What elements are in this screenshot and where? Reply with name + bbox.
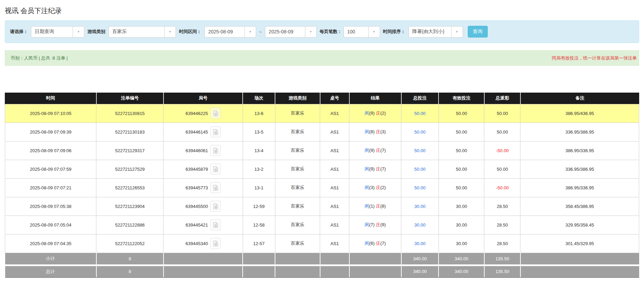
- result-cell: 闲(8) 庄(3): [349, 123, 401, 141]
- session-cell: 13-1: [243, 178, 275, 197]
- result-banker-label: 庄: [376, 203, 380, 209]
- total-bet-link[interactable]: 30.00: [414, 204, 426, 209]
- session-cell: 13-4: [243, 141, 275, 160]
- game-type-cell: 百家乐: [275, 197, 320, 216]
- result-player-label: 闲: [365, 203, 369, 209]
- game-type-cell: 百家乐: [275, 216, 320, 234]
- total-bet-link[interactable]: 30.00: [414, 222, 426, 228]
- chevron-down-icon[interactable]: ▼: [73, 27, 84, 37]
- total-bet-link[interactable]: 50.00: [414, 185, 426, 190]
- time-sort-select[interactable]: 降幂(由大到小) ▼: [409, 26, 463, 38]
- footer-empty-cell: [520, 265, 639, 277]
- video-replay-button[interactable]: [210, 126, 221, 137]
- result-cell: 闲(9) 庄(7): [349, 141, 401, 160]
- page-size-select[interactable]: 100 ▼: [344, 26, 380, 38]
- round-group: 639445773: [186, 182, 221, 193]
- total-bet-link[interactable]: 30.00: [414, 241, 426, 246]
- game-type-cell: 百家乐: [275, 160, 320, 178]
- column-header: 有效投注: [439, 93, 484, 104]
- total-bet-link[interactable]: 50.00: [414, 148, 426, 153]
- valid-bet-cell: 30.00: [439, 216, 484, 234]
- column-header: 备注: [520, 93, 639, 104]
- page: 视讯 会员下注纪录 请选择： 日期查询 ▼ 游戏类别 百家乐 ▼ 时间区间： 2…: [0, 6, 644, 278]
- result-banker-value: (8): [380, 203, 386, 209]
- table-number-cell: AS1: [320, 160, 349, 178]
- round-number: 639445500: [186, 204, 208, 209]
- time-range-label: 时间区间：: [179, 29, 201, 35]
- search-button[interactable]: 查询: [468, 26, 488, 38]
- bets-table: 时间注单编号局号场次游戏类别桌号结果总投注有效投注总派彩备注2025-08-09…: [5, 93, 639, 278]
- result-banker-label: 庄: [376, 185, 380, 190]
- video-replay-button[interactable]: [210, 145, 221, 156]
- chevron-down-icon[interactable]: ▼: [451, 27, 463, 37]
- round-cell: 639445879: [163, 160, 243, 178]
- video-replay-button[interactable]: [210, 182, 221, 193]
- chevron-down-icon[interactable]: ▼: [305, 27, 316, 37]
- table-number-cell: AS1: [320, 178, 349, 197]
- game-type-cell: 百家乐: [275, 104, 320, 123]
- valid-bet-cell: 50.00: [439, 178, 484, 197]
- time-cell: 2025-08-09 07:10:05: [5, 104, 96, 123]
- footer-payout-cell: 135.50: [484, 253, 520, 265]
- time-cell: 2025-08-09 07:04:35: [5, 234, 96, 253]
- payout-cell: -50.00: [484, 141, 520, 160]
- table-number-cell: AS1: [320, 141, 349, 160]
- video-replay-button[interactable]: [210, 164, 221, 175]
- game-type-value: 百家乐: [109, 27, 164, 37]
- result-banker-value: (2): [380, 111, 386, 116]
- total-row: 总计8340.00340.00135.50: [5, 265, 639, 277]
- time-cell: 2025-08-09 07:09:39: [5, 123, 96, 141]
- result-player-label: 闲: [365, 241, 369, 246]
- result-banker-value: (2): [380, 185, 386, 190]
- video-replay-button[interactable]: [210, 201, 221, 212]
- session-cell: 12-57: [243, 234, 275, 253]
- video-replay-icon: [213, 129, 218, 135]
- note-cell: 358.45/386.95: [520, 197, 639, 216]
- time-cell: 2025-08-09 07:07:59: [5, 160, 96, 178]
- total-bet-link[interactable]: 50.00: [414, 111, 426, 116]
- date-from-select[interactable]: 2025-08-09 ▼: [204, 26, 256, 38]
- note-cell: 386.95/336.95: [520, 141, 639, 160]
- game-type-cell: 百家乐: [275, 123, 320, 141]
- result-cell: 闲(9) 庄(2): [349, 104, 401, 123]
- result-banker-value: (3): [380, 129, 386, 134]
- video-replay-button[interactable]: [210, 238, 221, 249]
- round-number: 639445879: [186, 167, 208, 172]
- page-title: 视讯 会员下注纪录: [5, 6, 639, 15]
- result-banker-label: 庄: [376, 166, 380, 171]
- video-replay-icon: [213, 166, 218, 172]
- query-type-select[interactable]: 日期查询 ▼: [31, 26, 84, 38]
- result-banker-label: 庄: [376, 241, 380, 246]
- game-type-select[interactable]: 百家乐 ▼: [108, 26, 176, 38]
- round-number: 639446145: [186, 129, 208, 135]
- video-replay-button[interactable]: [210, 108, 221, 119]
- result-banker-label: 庄: [376, 222, 380, 227]
- footer-empty-cell: [275, 265, 320, 277]
- chevron-down-icon[interactable]: ▼: [164, 27, 176, 37]
- table-row: 2025-08-09 07:09:06522721129317639446061…: [5, 141, 639, 160]
- total-bet-link[interactable]: 50.00: [414, 167, 426, 172]
- footer-label-cell: 小计: [5, 253, 96, 265]
- table-number-cell: AS1: [320, 234, 349, 253]
- footer-empty-cell: [520, 253, 639, 265]
- table-row: 2025-08-09 07:05:38522721123904639445500…: [5, 197, 639, 216]
- column-header: 游戏类别: [275, 93, 320, 104]
- video-replay-icon: [213, 203, 218, 209]
- result-banker-value: (7): [380, 148, 386, 153]
- chevron-down-icon[interactable]: ▼: [244, 27, 256, 37]
- video-replay-icon: [213, 111, 218, 116]
- session-cell: 12-59: [243, 197, 275, 216]
- table-row: 2025-08-09 07:07:59522721127529639445879…: [5, 160, 639, 178]
- total-bet-link[interactable]: 50.00: [414, 129, 426, 135]
- date-to-select[interactable]: 2025-08-09 ▼: [265, 26, 317, 38]
- result-player-label: 闲: [365, 129, 369, 134]
- video-replay-button[interactable]: [210, 219, 221, 230]
- chevron-down-icon[interactable]: ▼: [368, 27, 380, 37]
- session-cell: 13-5: [243, 123, 275, 141]
- table-row: 2025-08-09 07:10:05522721130815639446225…: [5, 104, 639, 123]
- valid-bet-notice: 同局有效投注，统一计算在该局第一张注单: [552, 55, 637, 61]
- bet-id-cell: 522721122052: [96, 234, 163, 253]
- footer-valid-bet-cell: 340.00: [439, 265, 484, 277]
- result-player-value: (9): [369, 166, 376, 171]
- time-cell: 2025-08-09 07:07:21: [5, 178, 96, 197]
